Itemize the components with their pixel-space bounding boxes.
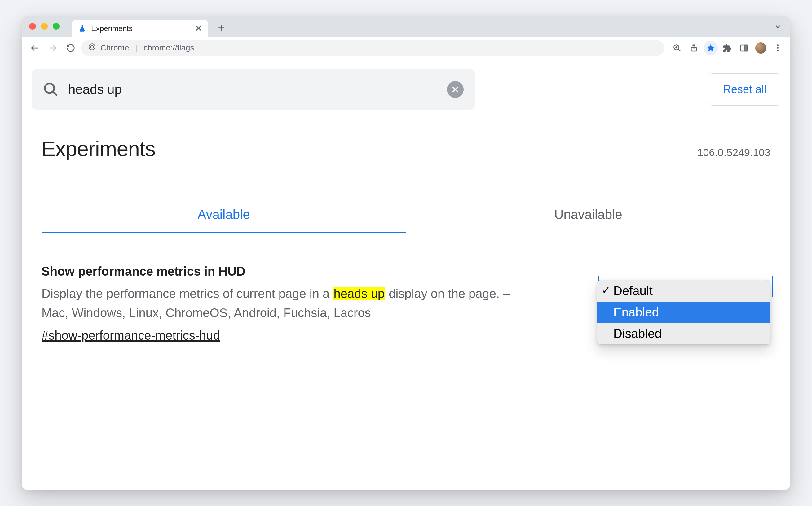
tab-strip: Experiments ✕ +: [22, 16, 790, 37]
window-controls: [29, 23, 60, 30]
tab-available[interactable]: Available: [42, 198, 406, 233]
zoom-icon[interactable]: [670, 41, 684, 55]
tab-title: Experiments: [91, 24, 190, 33]
toolbar-right-icons: [670, 41, 785, 55]
window-close-button[interactable]: [29, 23, 36, 30]
url-separator: |: [135, 43, 137, 53]
extensions-icon[interactable]: [720, 41, 735, 55]
window-maximize-button[interactable]: [53, 23, 60, 30]
bookmark-button[interactable]: [704, 41, 718, 55]
browser-toolbar: Chrome | chrome://flags: [22, 37, 790, 59]
flag-desc-highlight: heads up: [333, 287, 385, 301]
svg-rect-14: [745, 45, 748, 51]
flags-search-input[interactable]: [68, 82, 438, 97]
flags-search[interactable]: [31, 69, 475, 110]
svg-point-15: [45, 84, 54, 93]
profile-avatar[interactable]: [754, 41, 768, 55]
reset-all-button[interactable]: Reset all: [709, 73, 781, 106]
chrome-icon: [88, 43, 96, 53]
new-tab-button[interactable]: +: [214, 20, 229, 35]
address-bar[interactable]: Chrome | chrome://flags: [81, 40, 664, 56]
window-minimize-button[interactable]: [41, 23, 48, 30]
browser-window: Experiments ✕ + Chrome | chrome://flags: [22, 16, 790, 490]
version-label: 106.0.5249.103: [697, 147, 770, 159]
svg-line-6: [93, 48, 94, 48]
page-title: Experiments: [42, 137, 155, 161]
page-content: Reset all Experiments 106.0.5249.103 Ava…: [22, 59, 790, 490]
url-path: chrome://flags: [144, 43, 194, 53]
back-button[interactable]: [27, 40, 42, 56]
dropdown-option-disabled[interactable]: Disabled: [597, 323, 770, 344]
search-icon: [43, 81, 59, 97]
tab-unavailable[interactable]: Unavailable: [406, 198, 770, 233]
tab-overflow-icon[interactable]: [774, 23, 782, 31]
svg-line-8: [678, 49, 680, 51]
svg-line-16: [53, 92, 57, 96]
flag-anchor-link[interactable]: #show-performance-metrics-hud: [42, 329, 220, 342]
kebab-menu-icon[interactable]: [770, 41, 785, 55]
dropdown-option-enabled[interactable]: Enabled: [597, 302, 770, 323]
dropdown-option-default[interactable]: Default: [597, 280, 770, 302]
flag-entry: Show performance metrics in HUD Display …: [42, 264, 770, 345]
side-panel-icon[interactable]: [737, 41, 751, 55]
browser-tab[interactable]: Experiments ✕: [72, 20, 208, 37]
flag-desc-before: Display the performance metrics of curre…: [42, 287, 333, 301]
svg-line-5: [89, 48, 91, 48]
x-icon: [451, 85, 460, 94]
flag-dropdown[interactable]: Default Enabled Disabled: [597, 280, 770, 345]
search-row: Reset all: [22, 59, 790, 119]
close-tab-icon[interactable]: ✕: [195, 24, 202, 33]
share-icon[interactable]: [687, 41, 701, 55]
flag-description: Display the performance metrics of curre…: [42, 284, 537, 322]
url-scheme-label: Chrome: [100, 43, 129, 53]
flags-tabs: Available Unavailable: [42, 198, 770, 234]
reload-button[interactable]: [63, 40, 78, 56]
flask-icon: [78, 24, 86, 32]
clear-search-button[interactable]: [447, 81, 464, 98]
flag-select-area: Default Enabled Disabled: [597, 280, 770, 345]
main-area: Experiments 106.0.5249.103 Available Una…: [22, 119, 790, 362]
forward-button[interactable]: [45, 40, 60, 56]
flag-title: Show performance metrics in HUD: [42, 264, 585, 278]
